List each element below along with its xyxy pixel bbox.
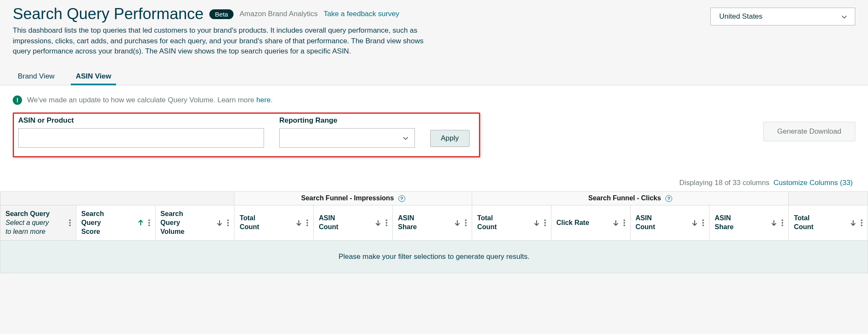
customize-columns-link[interactable]: Customize Columns (33): [773, 179, 853, 187]
table-placeholder-row: Please make your filter selections to ge…: [0, 241, 868, 273]
col-click-total-count[interactable]: Total Count: [472, 205, 551, 240]
table-placeholder-text: Please make your filter selections to ge…: [0, 241, 868, 273]
col-imp-asin-count[interactable]: ASIN Count: [314, 205, 393, 240]
col-query-volume[interactable]: Search Query Volume: [155, 205, 234, 240]
tab-brand-view[interactable]: Brand View: [13, 70, 60, 85]
tab-asin-view[interactable]: ASIN View: [71, 70, 117, 85]
col-next-total-count[interactable]: Total Count: [789, 205, 868, 240]
sort-down-icon[interactable]: [375, 219, 381, 226]
group-blank-right: [789, 191, 868, 205]
col-imp-total-count[interactable]: Total Count: [234, 205, 314, 240]
group-clicks: Search Funnel - Clicks ?: [472, 191, 788, 205]
col-click-asin-share[interactable]: ASIN Share: [709, 205, 789, 240]
sort-down-icon[interactable]: [771, 219, 777, 226]
asin-label: ASIN or Product: [18, 116, 264, 125]
sort-down-icon[interactable]: [850, 219, 857, 226]
notice-link[interactable]: here: [256, 96, 271, 104]
page-description: This dashboard lists the top queries tha…: [13, 25, 441, 57]
feedback-link[interactable]: Take a feedback survey: [323, 10, 399, 18]
kebab-icon[interactable]: [861, 219, 862, 226]
program-label: Amazon Brand Analytics: [239, 10, 317, 18]
sort-down-icon[interactable]: [612, 219, 619, 226]
marketplace-value: United States: [719, 12, 762, 21]
view-tabs: Brand View ASIN View: [0, 57, 868, 85]
page-title: Search Query Performance: [13, 5, 203, 23]
kebab-icon[interactable]: [702, 219, 704, 226]
kebab-icon[interactable]: [148, 219, 150, 226]
reporting-range-label: Reporting Range: [279, 116, 415, 125]
sort-down-icon[interactable]: [454, 219, 461, 226]
columns-displaying: Displaying 18 of 33 columns: [679, 179, 770, 187]
col-click-rate[interactable]: Click Rate: [551, 205, 630, 240]
sort-up-icon[interactable]: [137, 219, 144, 226]
sort-down-icon[interactable]: [691, 219, 698, 226]
help-icon[interactable]: ?: [398, 195, 405, 202]
kebab-icon[interactable]: [623, 219, 625, 226]
reporting-range-select[interactable]: [279, 128, 415, 148]
kebab-icon[interactable]: [544, 219, 546, 226]
beta-badge: Beta: [209, 9, 234, 19]
asin-input[interactable]: [18, 128, 264, 148]
info-icon: !: [13, 95, 22, 105]
marketplace-select[interactable]: United States: [710, 8, 855, 25]
chevron-down-icon: [841, 14, 847, 20]
chevron-down-icon: [403, 135, 409, 141]
kebab-icon[interactable]: [69, 219, 71, 226]
kebab-icon[interactable]: [306, 219, 308, 226]
generate-download-button[interactable]: Generate Download: [763, 122, 855, 141]
group-blank-left: [0, 191, 234, 205]
col-imp-asin-share[interactable]: ASIN Share: [393, 205, 472, 240]
col-search-query[interactable]: Search Query Select a query to learn mor…: [0, 205, 76, 240]
kebab-icon[interactable]: [465, 219, 467, 226]
kebab-icon[interactable]: [227, 219, 229, 226]
results-table: Search Funnel - Impressions ? Search Fun…: [0, 191, 868, 273]
col-query-score[interactable]: Search Query Score: [76, 205, 155, 240]
kebab-icon[interactable]: [782, 219, 783, 226]
sort-down-icon[interactable]: [295, 219, 302, 226]
sort-down-icon[interactable]: [533, 219, 540, 226]
help-icon[interactable]: ?: [665, 195, 672, 202]
col-click-asin-count[interactable]: ASIN Count: [630, 205, 709, 240]
kebab-icon[interactable]: [386, 219, 387, 226]
filters-highlight-box: ASIN or Product Reporting Range Apply: [13, 112, 480, 157]
group-impressions: Search Funnel - Impressions ?: [234, 191, 472, 205]
apply-button[interactable]: Apply: [430, 130, 470, 147]
sort-down-icon[interactable]: [216, 219, 223, 226]
notice-text: We've made an update to how we calculate…: [27, 96, 273, 104]
results-table-wrap: Search Funnel - Impressions ? Search Fun…: [0, 191, 868, 273]
